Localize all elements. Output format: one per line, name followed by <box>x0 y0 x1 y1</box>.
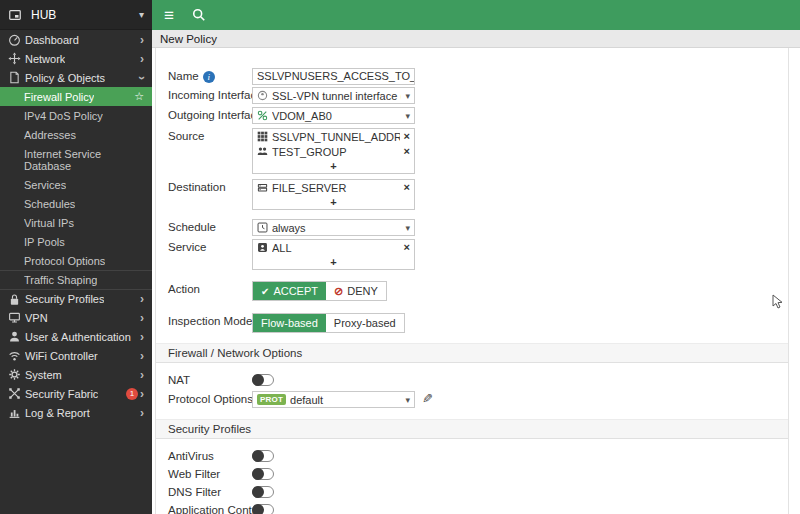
sidebar-item-network[interactable]: Network <box>0 49 152 68</box>
user-group-icon <box>257 146 268 157</box>
edit-pencil-icon[interactable] <box>422 391 433 406</box>
page-title: New Policy <box>160 33 217 45</box>
web-filter-label: Web Filter <box>168 468 252 480</box>
chevron-right-icon <box>140 34 144 46</box>
sidebar-item-system[interactable]: System <box>0 365 152 384</box>
sidebar-item-addresses[interactable]: Addresses <box>0 125 152 144</box>
action-row: Action ACCEPT DENY <box>168 281 788 301</box>
alert-count-badge: 1 <box>126 388 138 400</box>
info-icon[interactable] <box>203 71 215 83</box>
name-label: Name <box>168 68 252 85</box>
source-label: Source <box>168 130 204 142</box>
destination-row: Destination FILE_SERVER <box>168 179 788 213</box>
plus-icon <box>330 197 336 208</box>
protocol-options-select[interactable]: PROT default <box>252 391 415 408</box>
sidebar-item-ip-pools[interactable]: IP Pools <box>0 232 152 251</box>
lock-icon <box>8 293 25 306</box>
sidebar-item-dashboard[interactable]: Dashboard <box>0 30 152 49</box>
destination-add-button[interactable] <box>253 195 414 209</box>
action-segmented-control: ACCEPT DENY <box>252 281 387 301</box>
vdom-selector[interactable]: HUB <box>0 0 152 30</box>
source-item[interactable]: SSLVPN_TUNNEL_ADDR1 <box>253 129 414 144</box>
security-profiles-header: Security Profiles <box>156 419 788 439</box>
favorite-star-icon[interactable] <box>134 90 144 103</box>
remove-icon[interactable] <box>404 131 410 142</box>
protocol-options-label: Protocol Options <box>168 393 253 405</box>
nat-toggle[interactable] <box>252 374 274 386</box>
sidebar-item-virtual-ips[interactable]: Virtual IPs <box>0 213 152 232</box>
address-grid-icon <box>257 131 268 142</box>
firewall-network-options-header: Firewall / Network Options <box>156 343 788 363</box>
outgoing-interface-label: Outgoing Interface <box>168 109 263 121</box>
service-add-button[interactable] <box>253 255 414 269</box>
remove-icon[interactable] <box>404 146 410 157</box>
prot-badge: PROT <box>257 394 286 405</box>
web-filter-toggle[interactable] <box>252 468 274 480</box>
outgoing-interface-select[interactable]: VDOM_AB0 <box>252 107 415 124</box>
sidebar-item-policy-objects[interactable]: Policy & Objects <box>0 68 152 87</box>
antivirus-toggle[interactable] <box>252 450 274 462</box>
content-area: Name SSLVPNUSERS_ACCESS_TO_FILESERV Inco… <box>152 48 800 514</box>
caret-down-icon <box>405 223 410 233</box>
incoming-interface-row: Incoming Interface SSL-VPN tunnel interf… <box>168 87 788 105</box>
application-control-toggle[interactable] <box>252 504 274 514</box>
sidebar-item-vpn[interactable]: VPN <box>0 308 152 327</box>
schedule-label: Schedule <box>168 221 216 233</box>
dashboard-gauge-icon <box>8 33 25 46</box>
remove-icon[interactable] <box>404 182 410 193</box>
dns-filter-row: DNS Filter <box>168 483 788 500</box>
service-item[interactable]: ALL <box>253 240 414 255</box>
monitor-icon <box>8 311 25 324</box>
action-label: Action <box>168 283 200 295</box>
antivirus-label: AntiVirus <box>168 450 252 462</box>
sidebar-item-security-fabric[interactable]: Security Fabric 1 <box>0 384 152 403</box>
sidebar-item-firewall-policy[interactable]: Firewall Policy <box>0 87 152 106</box>
schedule-select[interactable]: always <box>252 219 415 236</box>
interface-link-icon <box>257 110 268 121</box>
deny-button[interactable]: DENY <box>326 282 386 300</box>
name-input[interactable]: SSLVPNUSERS_ACCESS_TO_FILESERV <box>252 68 415 85</box>
sidebar-item-internet-service-database[interactable]: Internet Service Database <box>0 144 152 175</box>
caret-down-icon <box>405 395 410 405</box>
search-icon[interactable] <box>192 8 206 22</box>
sidebar-item-wifi-controller[interactable]: WiFi Controller <box>0 346 152 365</box>
hub-logo-icon <box>8 8 25 22</box>
remove-icon[interactable] <box>404 242 410 253</box>
proxy-based-button[interactable]: Proxy-based <box>326 314 404 332</box>
destination-item[interactable]: FILE_SERVER <box>253 180 414 195</box>
name-row: Name SSLVPNUSERS_ACCESS_TO_FILESERV <box>168 68 788 85</box>
app-window: HUB Dashboard Network Policy & Objects <box>0 0 800 514</box>
accept-button[interactable]: ACCEPT <box>253 282 326 300</box>
caret-down-icon <box>405 91 410 101</box>
schedule-clock-icon <box>257 222 268 233</box>
sidebar-item-security-profiles[interactable]: Security Profiles <box>0 289 152 308</box>
application-control-row: Application Control <box>168 501 788 514</box>
breadcrumb: New Policy <box>152 30 800 48</box>
destination-label: Destination <box>168 181 226 193</box>
antivirus-row: AntiVirus <box>168 447 788 464</box>
chevron-right-icon <box>140 369 144 381</box>
sidebar-item-services[interactable]: Services <box>0 175 152 194</box>
source-item[interactable]: TEST_GROUP <box>253 144 414 159</box>
sidebar-item-log-report[interactable]: Log & Report <box>0 403 152 422</box>
caret-down-icon <box>139 9 144 20</box>
dns-filter-toggle[interactable] <box>252 486 274 498</box>
sidebar-item-user-authentication[interactable]: User & Authentication <box>0 327 152 346</box>
hamburger-menu-icon[interactable] <box>164 7 174 24</box>
flow-based-button[interactable]: Flow-based <box>253 314 326 332</box>
sidebar-item-ipv4-dos-policy[interactable]: IPv4 DoS Policy <box>0 106 152 125</box>
inspection-mode-label: Inspection Mode <box>168 315 252 327</box>
web-filter-row: Web Filter <box>168 465 788 482</box>
sidebar-item-traffic-shaping[interactable]: Traffic Shaping <box>0 270 152 289</box>
destination-multiselect: FILE_SERVER <box>252 179 415 210</box>
user-icon <box>8 330 25 343</box>
chevron-down-icon <box>136 76 148 80</box>
service-row: Service ALL <box>168 239 788 273</box>
sidebar-item-schedules[interactable]: Schedules <box>0 194 152 213</box>
sidebar-item-protocol-options[interactable]: Protocol Options <box>0 251 152 270</box>
incoming-interface-select[interactable]: SSL-VPN tunnel interface (ssl.VDO <box>252 87 415 104</box>
gear-icon <box>8 368 25 381</box>
check-icon <box>261 285 269 297</box>
incoming-interface-label: Incoming Interface <box>168 89 263 101</box>
source-add-button[interactable] <box>253 159 414 173</box>
